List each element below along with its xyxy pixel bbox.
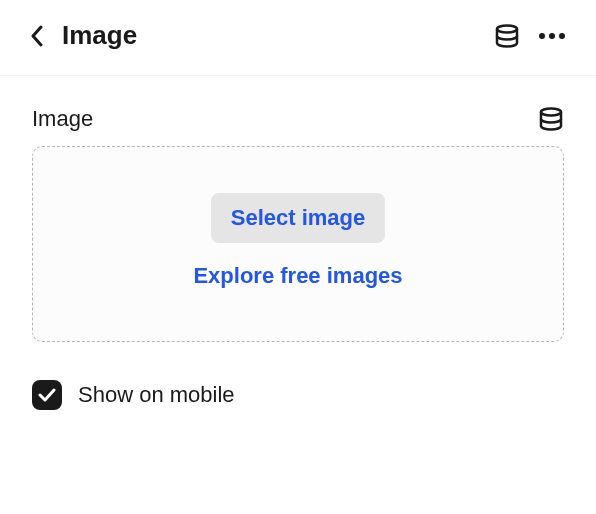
svg-point-1 bbox=[539, 33, 545, 39]
panel-content: Image Select image Explore free images S… bbox=[0, 76, 596, 440]
show-on-mobile-label: Show on mobile bbox=[78, 382, 235, 408]
page-title: Image bbox=[62, 20, 137, 51]
back-button[interactable] bbox=[30, 25, 44, 47]
database-button-field[interactable] bbox=[538, 107, 564, 131]
select-image-button[interactable]: Select image bbox=[211, 193, 386, 243]
database-button-header[interactable] bbox=[494, 24, 520, 48]
svg-point-0 bbox=[497, 25, 517, 32]
svg-point-2 bbox=[549, 33, 555, 39]
show-on-mobile-checkbox[interactable] bbox=[32, 380, 62, 410]
image-dropzone[interactable]: Select image Explore free images bbox=[32, 146, 564, 342]
field-label-row: Image bbox=[32, 106, 564, 132]
header-right bbox=[494, 24, 566, 48]
database-icon bbox=[538, 107, 564, 131]
image-field-label: Image bbox=[32, 106, 93, 132]
more-options-button[interactable] bbox=[538, 32, 566, 40]
header-left: Image bbox=[30, 20, 137, 51]
chevron-left-icon bbox=[30, 25, 44, 47]
show-on-mobile-row: Show on mobile bbox=[32, 380, 564, 410]
database-icon bbox=[494, 24, 520, 48]
svg-point-3 bbox=[559, 33, 565, 39]
explore-free-images-link[interactable]: Explore free images bbox=[193, 263, 402, 289]
svg-point-4 bbox=[541, 109, 561, 116]
checkmark-icon bbox=[38, 388, 56, 402]
more-horizontal-icon bbox=[538, 32, 566, 40]
panel-header: Image bbox=[0, 0, 596, 76]
